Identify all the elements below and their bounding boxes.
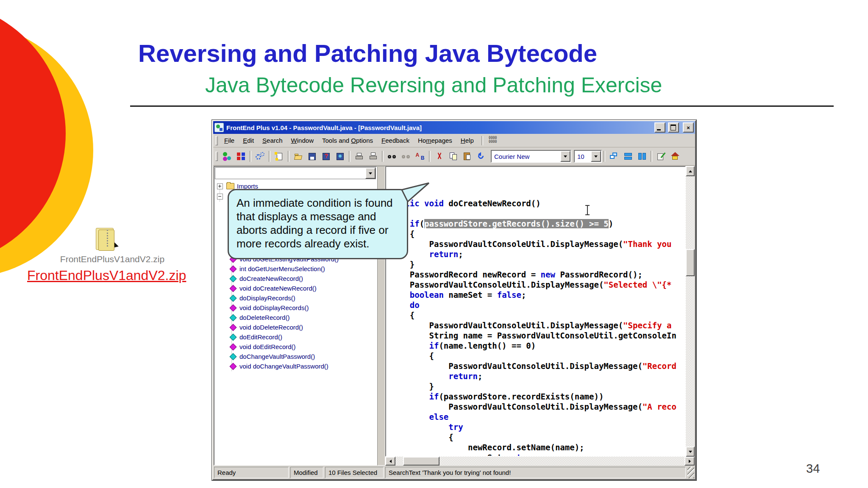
code-editor[interactable]: public void doCreateNewRecord(){ if(pass…	[385, 166, 686, 457]
print-setup-icon	[368, 152, 378, 161]
tree-item-method[interactable]: void doDeleteRecord()	[229, 322, 303, 332]
toolbar-separator	[651, 151, 652, 162]
batch-button[interactable]	[234, 150, 248, 163]
toolbar-grip[interactable]	[215, 152, 218, 161]
tree-item-method[interactable]: doDisplayRecords()	[229, 293, 295, 303]
slide-title: Reversing and Patching Java Bytecode	[138, 39, 597, 67]
replace-icon	[415, 152, 426, 161]
tree-item-method[interactable]: doCreateNewRecord()	[229, 274, 303, 283]
code-line: PasswordVaultConsoleUtil.DisplayMessage(…	[390, 280, 685, 290]
zip-folder-icon[interactable]	[94, 227, 120, 252]
cascade-button[interactable]	[607, 150, 621, 163]
tree-combobox[interactable]	[215, 167, 376, 179]
code-line: {	[390, 208, 685, 219]
tree-item-method[interactable]: doDeleteRecord()	[229, 313, 289, 322]
page-number: 34	[806, 462, 820, 476]
font-combo-drop-button[interactable]	[560, 151, 570, 162]
copy-icon	[448, 152, 459, 161]
menu-item-tools-and-options[interactable]: Tools and Options	[318, 136, 377, 145]
menu-items: FileEditSearchWindowTools and OptionsFee…	[220, 136, 478, 145]
toolbar-separator	[250, 151, 251, 162]
font-size-combo[interactable]: 10	[574, 150, 602, 163]
decompile-button[interactable]	[220, 150, 234, 163]
font-combo[interactable]: Courier New	[491, 150, 571, 163]
bytecode-icon[interactable]	[487, 136, 499, 145]
paste-icon	[462, 152, 473, 161]
save-button[interactable]	[305, 150, 319, 163]
scroll-down-button[interactable]	[686, 446, 695, 457]
scroll-left-button[interactable]	[385, 457, 395, 466]
cut-button[interactable]	[432, 150, 446, 163]
gears-button[interactable]	[253, 150, 267, 163]
close-button[interactable]: ×	[683, 122, 694, 133]
tree-combobox-drop-button[interactable]	[365, 168, 376, 179]
code-line: PasswordVaultConsoleUtil.DisplayMessage(…	[390, 239, 685, 249]
paste-button[interactable]	[460, 150, 474, 163]
menu-item-homepages[interactable]: Homepages	[414, 136, 456, 145]
menu-item-file[interactable]: File	[220, 136, 239, 145]
undo-button[interactable]	[474, 150, 488, 163]
vertical-scroll-track[interactable]	[686, 176, 695, 446]
code-line: }	[390, 381, 685, 391]
code-line: if(name.length() == 0)	[390, 341, 685, 351]
help-disk-button[interactable]	[319, 150, 333, 163]
tree-item-class-node[interactable]	[217, 191, 223, 201]
slide: Reversing and Patching Java Bytecode Jav…	[0, 0, 868, 488]
arrow-left-icon	[389, 460, 392, 463]
horizontal-scroll-track[interactable]	[395, 457, 684, 466]
zip-download-link[interactable]: FrontEndPlusV1andV2.zip	[27, 268, 186, 283]
menu-item-feedback[interactable]: Feedback	[377, 136, 414, 145]
tile-vertical-button[interactable]	[635, 150, 649, 163]
code-line: if(passwordStore.recordExists(name))	[390, 391, 685, 402]
tree-item-method[interactable]: doEditRecord()	[229, 332, 282, 342]
copy-button[interactable]	[446, 150, 460, 163]
open-button[interactable]	[291, 150, 305, 163]
help-disk-icon	[321, 152, 331, 161]
tree-item-label: void doCreateNewRecord()	[239, 285, 317, 292]
collapse-minus-icon[interactable]	[217, 194, 223, 200]
tree-item-label: int doGetUserMenuSelection()	[239, 265, 325, 272]
title-bar[interactable]: FrontEnd Plus v1.04 - PasswordVault.java…	[213, 121, 695, 134]
replace-button[interactable]	[413, 150, 427, 163]
print-button[interactable]	[352, 150, 366, 163]
menu-grip[interactable]	[215, 136, 218, 145]
tree-item-method[interactable]: int doGetUserMenuSelection()	[229, 264, 325, 274]
tile-horizontal-button[interactable]	[621, 150, 635, 163]
batch-icon	[236, 152, 246, 161]
tree-item-method[interactable]: void doEditRecord()	[229, 342, 296, 352]
font-size-drop-button[interactable]	[591, 151, 601, 162]
maximize-button[interactable]	[668, 122, 679, 133]
tree-item-method[interactable]: void doCreateNewRecord()	[229, 283, 317, 293]
text-cursor-icon	[587, 205, 588, 215]
code-line: }	[390, 259, 685, 269]
tree-item-label: doChangeVaultPassword()	[239, 353, 315, 360]
horizontal-scroll-thumb[interactable]	[403, 457, 440, 466]
tree-item-label: void doEditRecord()	[239, 343, 296, 350]
code-line: do	[390, 300, 685, 310]
menu-item-search[interactable]: Search	[258, 136, 287, 145]
tree-item-method[interactable]: void doDisplayRecords()	[229, 303, 309, 313]
menu-item-window[interactable]: Window	[287, 136, 318, 145]
expand-plus-icon[interactable]	[217, 183, 223, 189]
find-button[interactable]	[385, 150, 399, 163]
find-next-button[interactable]	[399, 150, 413, 163]
tree-item-label: doDisplayRecords()	[239, 294, 295, 302]
home-button[interactable]	[668, 150, 682, 163]
jar-disk-button[interactable]	[333, 150, 347, 163]
minimize-button[interactable]	[654, 122, 665, 133]
zip-zipper	[107, 230, 109, 247]
scroll-right-button[interactable]	[684, 457, 695, 466]
vertical-scrollbar[interactable]	[686, 166, 695, 457]
new-file-button[interactable]	[272, 150, 286, 163]
scroll-up-button[interactable]	[686, 166, 695, 176]
feedback-pen-button[interactable]	[654, 150, 668, 163]
vertical-scroll-thumb[interactable]	[686, 249, 695, 276]
menu-item-help[interactable]: Help	[456, 136, 478, 145]
tree-item-method[interactable]: doChangeVaultPassword()	[229, 352, 315, 361]
arrow-down-icon	[689, 451, 692, 453]
tree-item-method[interactable]: void doChangeVaultPassword()	[229, 361, 328, 371]
print-setup-button[interactable]	[366, 150, 380, 163]
horizontal-scrollbar[interactable]	[385, 457, 695, 466]
resize-grip[interactable]	[687, 467, 694, 478]
menu-item-edit[interactable]: Edit	[239, 136, 258, 145]
